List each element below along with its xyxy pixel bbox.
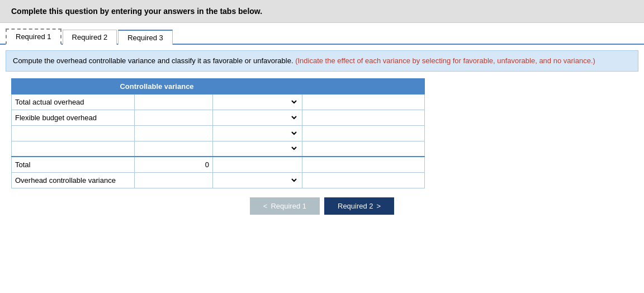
- instruction-main: Compute the overhead controllable varian…: [13, 56, 293, 65]
- input-value-empty-2[interactable]: [138, 144, 209, 153]
- table-row: Flexible budget overhead Favorable Unfav…: [12, 110, 425, 125]
- content-area: Compute the overhead controllable varian…: [0, 45, 644, 220]
- select-overhead[interactable]: Favorable Unfavorable No variance: [216, 176, 299, 185]
- row-label-empty-1[interactable]: [12, 125, 135, 141]
- row-label-flexible-budget: Flexible budget overhead: [12, 110, 135, 125]
- row-dropdown-empty-2[interactable]: Favorable Unfavorable No variance: [213, 141, 302, 157]
- instruction-box: Compute the overhead controllable varian…: [6, 50, 638, 72]
- row-extra-flexible-budget: [302, 110, 425, 125]
- row-input-total-actual[interactable]: [135, 94, 213, 110]
- input-value-empty-1[interactable]: [138, 129, 209, 138]
- prev-button[interactable]: < Required 1: [250, 197, 320, 215]
- select-total-actual[interactable]: Favorable Unfavorable No variance: [216, 97, 299, 107]
- row-dropdown-flexible-budget[interactable]: Favorable Unfavorable No variance: [213, 110, 302, 125]
- overhead-label: Overhead controllable variance: [12, 172, 135, 188]
- tab-required-2[interactable]: Required 2: [63, 30, 117, 45]
- input-label-empty-1[interactable]: [15, 129, 131, 138]
- row-label-empty-2[interactable]: [12, 141, 135, 157]
- overhead-input-cell[interactable]: [135, 172, 213, 188]
- table-overhead-row: Overhead controllable variance Favorable…: [12, 172, 425, 188]
- table-row: Favorable Unfavorable No variance: [12, 125, 425, 141]
- input-overhead-value[interactable]: [138, 176, 209, 185]
- navigation-buttons: < Required 1 Required 2 >: [6, 197, 638, 215]
- row-input-empty-1[interactable]: [135, 125, 213, 141]
- overhead-dropdown-cell[interactable]: Favorable Unfavorable No variance: [213, 172, 302, 188]
- total-dropdown-cell: [213, 157, 302, 172]
- table-header-cell: Controllable variance: [12, 78, 302, 94]
- page-wrapper: Complete this question by entering your …: [0, 0, 644, 293]
- table-wrapper: Controllable variance Total actual overh…: [11, 78, 425, 188]
- next-icon: >: [377, 202, 381, 210]
- table-total-row: Total 0: [12, 157, 425, 172]
- overhead-extra-cell: [302, 172, 425, 188]
- row-label-total-actual: Total actual overhead: [12, 94, 135, 110]
- header-banner: Complete this question by entering your …: [0, 0, 644, 23]
- total-label: Total: [12, 157, 135, 172]
- table-header-extra: [302, 78, 425, 94]
- total-extra-cell: [302, 157, 425, 172]
- row-extra-empty-2: [302, 141, 425, 157]
- row-extra-total-actual: [302, 94, 425, 110]
- input-label-empty-2[interactable]: [15, 144, 131, 153]
- table-header-row: Controllable variance: [12, 78, 425, 94]
- tab-required-1[interactable]: Required 1: [6, 29, 61, 45]
- select-empty-2[interactable]: Favorable Unfavorable No variance: [216, 144, 299, 153]
- table-row: Favorable Unfavorable No variance: [12, 141, 425, 157]
- row-input-flexible-budget[interactable]: [135, 110, 213, 125]
- header-instruction: Complete this question by entering your …: [11, 7, 262, 16]
- controllable-variance-table: Controllable variance Total actual overh…: [11, 78, 425, 188]
- row-extra-empty-1: [302, 125, 425, 141]
- instruction-highlight: (Indicate the effect of each variance by…: [295, 56, 595, 65]
- tab-required-3[interactable]: Required 3: [118, 30, 173, 45]
- row-input-empty-2[interactable]: [135, 141, 213, 157]
- total-value-cell: 0: [135, 157, 213, 172]
- input-total-actual-value[interactable]: [138, 97, 209, 107]
- row-dropdown-total-actual[interactable]: Favorable Unfavorable No variance: [213, 94, 302, 110]
- table-row: Total actual overhead Favorable Unfavora…: [12, 94, 425, 110]
- next-button[interactable]: Required 2 >: [324, 197, 394, 215]
- prev-icon: <: [263, 202, 268, 210]
- row-dropdown-empty-1[interactable]: Favorable Unfavorable No variance: [213, 125, 302, 141]
- next-label: Required 2: [338, 202, 373, 210]
- input-flexible-budget-value[interactable]: [138, 113, 209, 122]
- select-flexible-budget[interactable]: Favorable Unfavorable No variance: [216, 113, 299, 122]
- tabs-container: Required 1 Required 2 Required 3: [0, 23, 644, 45]
- select-empty-1[interactable]: Favorable Unfavorable No variance: [216, 129, 299, 138]
- prev-label: Required 1: [271, 202, 306, 210]
